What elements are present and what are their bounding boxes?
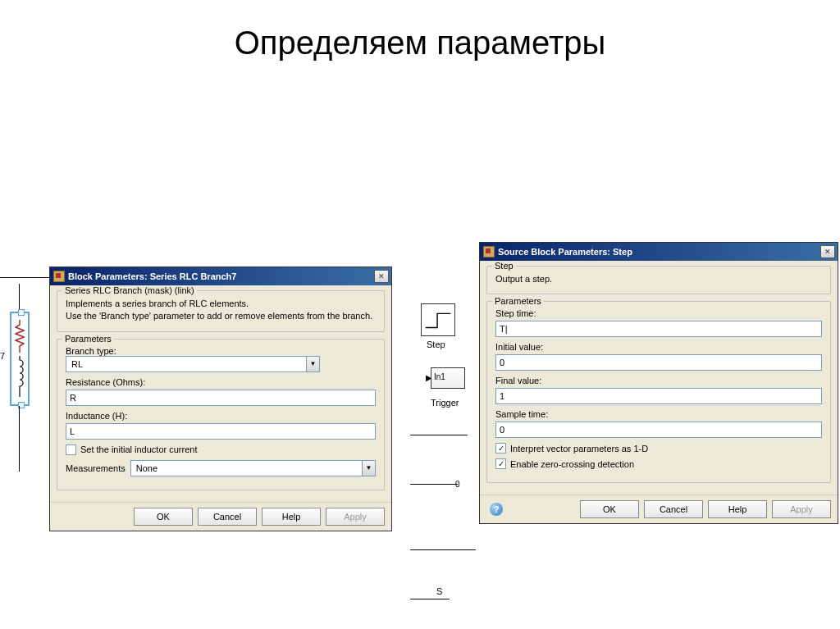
measurements-value: None: [131, 461, 362, 476]
step-block[interactable]: [421, 303, 455, 336]
step-time-label: Step time:: [495, 308, 822, 318]
rlc-branch-block[interactable]: [10, 312, 30, 406]
ok-button[interactable]: OK: [580, 500, 639, 518]
rlc-mask-legend: Series RLC Branch (mask) (link): [62, 285, 197, 295]
initial-value-label: Initial value:: [495, 342, 822, 352]
rlc-dialog-titlebar[interactable]: Block Parameters: Series RLC Branch7 ✕: [50, 267, 391, 285]
slide-title: Определяем параметры: [0, 0, 840, 78]
step-desc: Output a step.: [495, 273, 822, 285]
help-button[interactable]: Help: [262, 508, 321, 526]
sample-time-label: Sample time:: [495, 409, 822, 419]
branch-type-value: RL: [66, 357, 306, 371]
cancel-button[interactable]: Cancel: [198, 508, 257, 526]
simulink-icon: [483, 246, 495, 258]
sample-time-input[interactable]: [495, 422, 822, 438]
set-initial-label: Set the initial inductor current: [80, 444, 197, 454]
apply-button[interactable]: Apply: [772, 500, 831, 518]
chevron-down-icon: ▼: [306, 357, 319, 371]
step-block-label: Step: [427, 340, 445, 349]
initial-value-input[interactable]: [495, 354, 822, 371]
final-value-input[interactable]: [495, 388, 822, 404]
interpret-vector-checkbox[interactable]: ✓: [495, 443, 506, 454]
step-dialog-titlebar[interactable]: Source Block Parameters: Step ✕: [480, 243, 838, 261]
rlc-dialog: Block Parameters: Series RLC Branch7 ✕ S…: [49, 267, 392, 531]
chevron-down-icon: ▼: [362, 461, 375, 476]
trigger-label: Trigger: [431, 398, 459, 408]
rlc-params-legend: Parameters: [62, 334, 114, 344]
rlc-params-fieldset: Parameters Branch type: RL ▼ Resistance …: [57, 339, 385, 490]
step-dialog-title: Source Block Parameters: Step: [498, 247, 820, 257]
rlc-desc-2: Use the 'Branch type' parameter to add o…: [66, 310, 376, 322]
close-icon[interactable]: ✕: [820, 245, 835, 258]
s-label: S: [436, 586, 442, 596]
branch-type-label: Branch type:: [66, 346, 116, 356]
inductance-label: Inductance (H):: [66, 411, 376, 421]
set-initial-checkbox[interactable]: [66, 444, 76, 455]
close-icon[interactable]: ✕: [374, 270, 389, 283]
zero-crossing-checkbox[interactable]: ✓: [495, 458, 506, 469]
measurements-label: Measurements: [66, 463, 126, 473]
apply-button[interactable]: Apply: [326, 508, 385, 526]
zero-crossing-label: Enable zero-crossing detection: [510, 459, 634, 469]
step-time-input[interactable]: [495, 321, 822, 337]
ok-button[interactable]: OK: [134, 508, 193, 526]
step-desc-fieldset: Step Output a step.: [486, 266, 831, 294]
step-dialog: Source Block Parameters: Step ✕ Step Out…: [479, 242, 838, 524]
rlc-dialog-title: Block Parameters: Series RLC Branch7: [68, 271, 374, 281]
step-params-legend: Parameters: [492, 296, 544, 306]
inductance-input[interactable]: [66, 423, 376, 440]
branch-type-dropdown[interactable]: RL ▼: [66, 356, 320, 372]
rlc-mask-fieldset: Series RLC Branch (mask) (link) Implemen…: [57, 290, 385, 332]
step-params-fieldset: Parameters Step time: Initial value: Fin…: [486, 301, 831, 483]
in1-block[interactable]: In1: [431, 367, 465, 389]
measurements-dropdown[interactable]: None ▼: [130, 460, 376, 476]
resistance-input[interactable]: [66, 390, 376, 406]
rlc-desc-1: Implements a series branch of RLC elemen…: [66, 298, 376, 310]
block-label-7: 7: [0, 351, 5, 361]
help-info-icon[interactable]: ?: [490, 503, 503, 516]
step-legend: Step: [492, 261, 516, 271]
interpret-vector-label: Interpret vector parameters as 1-D: [510, 444, 648, 454]
final-value-label: Final value:: [495, 376, 822, 385]
help-button[interactable]: Help: [708, 500, 767, 518]
simulink-icon: [53, 271, 65, 282]
resistance-label: Resistance (Ohms):: [66, 377, 376, 387]
cancel-button[interactable]: Cancel: [644, 500, 703, 518]
out-port-label: 0: [455, 480, 460, 489]
